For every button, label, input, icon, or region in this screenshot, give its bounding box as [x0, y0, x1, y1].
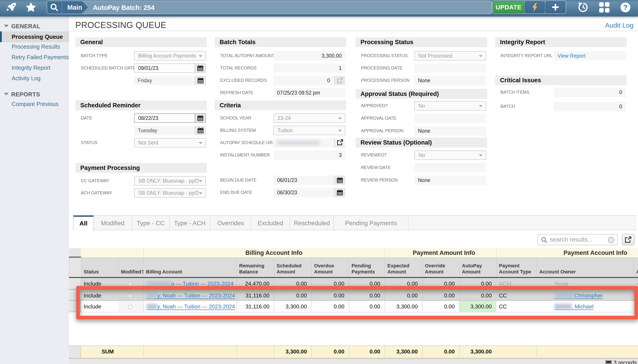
svg-text:?: ? — [623, 3, 628, 12]
